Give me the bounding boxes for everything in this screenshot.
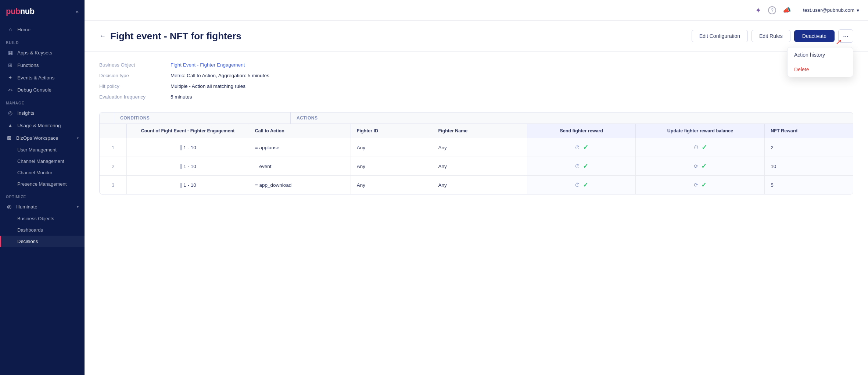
home-icon: ⌂ [7,26,14,32]
edit-rules-button[interactable]: Edit Rules [752,30,790,42]
sidebar-item-label: Events & Actions [17,75,54,81]
back-button[interactable]: ← [99,32,106,40]
row-1-fighter-id: Any [351,138,432,157]
sidebar-item-dashboards[interactable]: Dashboards [0,224,85,236]
timer-icon: ⏱ [693,144,699,150]
logo-text: pubnub [6,7,35,16]
sidebar-item-label: Debug Console [17,87,51,93]
sidebar-group-bizops[interactable]: ⊠ BizOps Workspace ▾ [0,132,85,144]
check-icon: ✓ [701,162,707,170]
user-chevron-icon: ▾ [857,7,859,13]
table-wrapper: Conditions Actions Count of Fight Event … [99,112,853,194]
help-icon[interactable]: ? [768,6,776,14]
hit-policy-label: Hit policy [99,83,162,89]
page-title: Fight event - NFT for fighters [110,31,241,42]
topbar-divider [797,5,797,15]
events-icon: ✦ [7,75,14,81]
row-1-num: 1 [100,138,127,157]
topbar: ✦ ? 📣 test.user@pubnub.com ▾ [85,0,868,21]
sidebar-item-apps-keysets[interactable]: ▦ Apps & Keysets [0,46,85,59]
table-header-row: Count of Fight Event - Fighter Engagemen… [100,124,853,138]
row-3-call-to-action: = app_download [249,176,351,194]
dropdown-arrow-icon: ↗ [835,37,842,47]
decision-type-label: Decision type [99,73,162,78]
row-1-fighter-name: Any [432,138,527,157]
row-3-nft-reward: 5 [765,176,853,194]
deactivate-button[interactable]: Deactivate [794,30,835,42]
sidebar-group-illuminate[interactable]: ◎ Illuminate ▾ [0,200,85,213]
page-content: ← Fight event - NFT for fighters Edit Co… [85,21,868,375]
row-2-count: ǁ 1 - 10 [127,157,249,176]
dropdown-item-action-history[interactable]: Action history [788,47,853,62]
sidebar-group-label: Illuminate [16,204,37,210]
timer-icon: ⏱ [575,182,580,188]
refresh-icon: ⟳ [694,163,698,169]
illuminate-icon: ◎ [6,204,12,210]
sidebar-item-presence-management[interactable]: Presence Management [0,178,85,190]
sidebar-item-business-objects[interactable]: Business Objects [0,213,85,224]
row-1-nft-reward: 2 [765,138,853,157]
chevron-down-icon: ▾ [77,136,79,140]
usage-icon: ▲ [7,122,14,128]
edit-configuration-button[interactable]: Edit Configuration [692,30,748,42]
row-3-num: 3 [100,176,127,194]
insights-icon: ◎ [7,110,14,116]
sidebar-item-events-actions[interactable]: ✦ Events & Actions [0,71,85,84]
sidebar-item-channel-monitor[interactable]: Channel Monitor [0,167,85,178]
business-object-label: Business Object [99,62,162,68]
sidebar-item-usage-monitoring[interactable]: ▲ Usage & Monitoring [0,119,85,132]
bizops-icon: ⊠ [6,135,12,141]
th-send-reward: Send fighter reward [527,124,635,138]
sidebar-item-user-management[interactable]: User Management [0,144,85,156]
th-count-fight: Count of Fight Event - Fighter Engagemen… [127,124,249,138]
th-update-balance: Update fighter reward balance [636,124,765,138]
row-1-count: ǁ 1 - 10 [127,138,249,157]
timer-icon: ⏱ [575,144,580,150]
functions-icon: ⊞ [7,62,14,68]
dropdown-menu: ↗ Action history Delete [787,47,853,77]
table-row: 3 ǁ 1 - 10 = app_download Any Any ⏱ ✓ [100,176,853,194]
sidebar-item-insights[interactable]: ◎ Insights [0,107,85,119]
row-2-num: 2 [100,157,127,176]
th-fighter-id: Fighter ID [351,124,432,138]
sidebar-item-home[interactable]: ⌂ Home [0,23,85,36]
actions-group-label: Actions [291,113,853,124]
sidebar-group-label: BizOps Workspace [16,135,58,141]
th-row-num [100,124,127,138]
detail-section: Business Object Fight Event - Fighter En… [85,52,868,112]
sidebar-item-debug-console[interactable]: <> Debug Console [0,84,85,96]
ai-icon[interactable]: ✦ [755,6,761,15]
header-actions: Edit Configuration Edit Rules Deactivate… [692,29,853,43]
table-section: Conditions Actions Count of Fight Event … [85,112,868,209]
sidebar-logo: pubnub « [0,0,85,23]
row-1-update-balance: ⏱ ✓ [636,138,765,157]
check-icon: ✓ [702,143,707,151]
sidebar-item-label: Insights [17,110,35,116]
detail-row-hit-policy: Hit policy Multiple - Action all matchin… [99,83,853,89]
row-3-update-balance: ⟳ ✓ [636,176,765,194]
check-icon: ✓ [583,143,588,151]
check-icon: ✓ [701,181,707,189]
row-2-nft-reward: 10 [765,157,853,176]
sidebar-item-decisions[interactable]: Decisions [0,236,85,247]
chevron-down-icon: ▾ [77,205,79,209]
sidebar-item-channel-management[interactable]: Channel Management [0,156,85,167]
topbar-user[interactable]: test.user@pubnub.com ▾ [803,7,859,13]
sidebar-item-functions[interactable]: ⊞ Functions [0,59,85,71]
row-3-count: ǁ 1 - 10 [127,176,249,194]
business-object-value[interactable]: Fight Event - Fighter Engagement [171,62,245,68]
row-2-call-to-action: = event [249,157,351,176]
refresh-icon: ⟳ [694,182,698,188]
page-title-area: ← Fight event - NFT for fighters [99,31,241,42]
section-label-optimize: Optimize [0,190,85,200]
main-content: ✦ ? 📣 test.user@pubnub.com ▾ ← Fight eve… [85,0,868,375]
notification-icon[interactable]: 📣 [783,6,791,14]
debug-icon: <> [7,88,14,92]
table-row: 2 ǁ 1 - 10 = event Any Any ⏱ ✓ [100,157,853,176]
detail-row-eval-freq: Evaluation frequency 5 minutes [99,94,853,100]
row-3-send-reward: ⏱ ✓ [527,176,635,194]
apps-icon: ▦ [7,50,14,56]
dropdown-item-delete[interactable]: Delete [788,62,853,77]
collapse-button[interactable]: « [76,8,79,14]
check-icon: ✓ [583,181,588,189]
